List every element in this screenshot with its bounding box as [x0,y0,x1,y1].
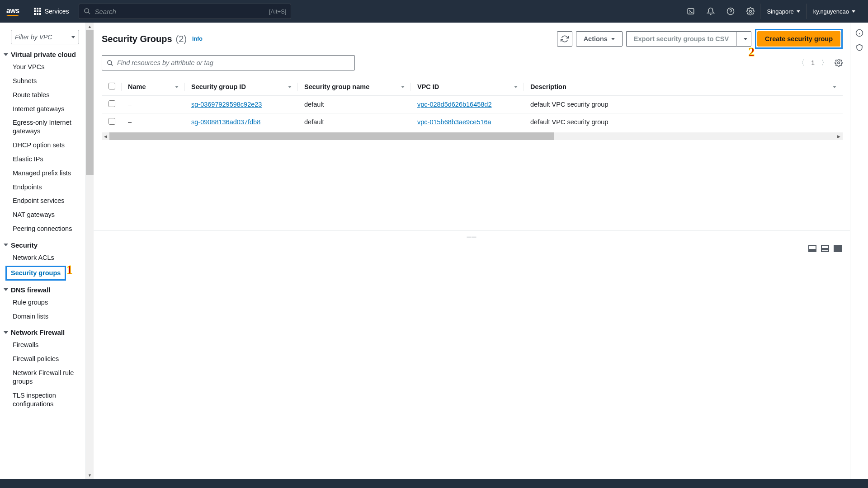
scroll-left-icon[interactable]: ◀ [102,134,109,139]
security-icon[interactable] [855,43,863,52]
prev-page-button[interactable]: 〈 [797,58,805,68]
sidebar-item-peering[interactable]: Peering connections [0,222,85,236]
sidebar-section-dns-firewall[interactable]: DNS firewall [0,284,85,296]
refresh-button[interactable] [557,31,572,47]
col-name[interactable]: Name [122,78,185,96]
split-panel-handle[interactable]: ══ [94,230,850,241]
scroll-thumb[interactable] [86,30,94,175]
sidebar-item-dhcp[interactable]: DHCP option sets [0,138,85,152]
main-content: Security Groups (2) Info Actions Export … [94,23,850,479]
export-csv-dropdown[interactable] [736,31,751,47]
cell-sg-name: default [298,113,411,131]
scroll-down-icon[interactable]: ▼ [86,471,94,479]
sidebar-item-subnets[interactable]: Subnets [0,74,85,88]
export-csv-button[interactable]: Export security groups to CSV [626,31,736,47]
sidebar-item-egress-gateways[interactable]: Egress-only Internet gateways [0,116,85,138]
notifications-icon[interactable] [701,4,720,19]
annotation-1: 1 [66,263,73,277]
table-row[interactable]: – sg-09088136ad037fdb8 default vpc-015b6… [102,113,843,131]
sidebar-item-firewall-policies[interactable]: Firewall policies [0,352,85,366]
panel-bottom-button[interactable] [808,245,816,252]
sidebar-item-elastic-ips[interactable]: Elastic IPs [0,152,85,166]
resource-search-input[interactable] [117,59,350,66]
vpc-id-link[interactable]: vpc-015b68b3ae9ce516a [417,118,491,126]
caret-down-icon [852,10,855,13]
col-vpc-id[interactable]: VPC ID [411,78,524,96]
sidebar-scrollbar[interactable]: ▲ ▼ [86,23,94,479]
col-sg-id[interactable]: Security group ID [185,78,298,96]
global-search[interactable]: [Alt+S] [79,4,291,19]
sg-id-link[interactable]: sg-03697929598c92e23 [191,101,262,108]
sidebar-item-firewalls[interactable]: Firewalls [0,338,85,352]
user-label: ky.nguyencao [813,8,849,15]
sidebar-item-nfw-rule-groups[interactable]: Network Firewall rule groups [0,366,85,389]
sidebar-item-endpoint-services[interactable]: Endpoint services [0,194,85,208]
caret-down-icon [4,244,8,246]
caret-down-icon [611,38,615,40]
sidebar-section-vpc[interactable]: Virtual private cloud [0,49,85,60]
settings-icon[interactable] [741,4,760,19]
sidebar-item-domain-lists[interactable]: Domain lists [0,310,85,324]
table-hscroll[interactable]: ◀ ▶ [102,132,843,140]
create-security-group-button[interactable]: Create security group [757,31,840,47]
cell-sg-name: default [298,96,411,113]
sidebar-item-nat-gateways[interactable]: NAT gateways [0,208,85,222]
sidebar-item-internet-gateways[interactable]: Internet gateways [0,102,85,116]
search-input[interactable] [94,8,269,15]
panel-split-button[interactable] [821,245,829,252]
table-settings-button[interactable] [835,59,843,67]
sidebar-item-prefix-lists[interactable]: Managed prefix lists [0,166,85,180]
sidebar-item-tls-inspection[interactable]: TLS inspection configurations [0,389,85,411]
sidebar-item-endpoints[interactable]: Endpoints [0,180,85,194]
sidebar-section-network-firewall[interactable]: Network Firewall [0,327,85,338]
nav-icon-group [681,4,760,19]
table-row[interactable]: – sg-03697929598c92e23 default vpc-028d5… [102,96,843,113]
select-all-checkbox[interactable] [108,83,115,89]
scroll-right-icon[interactable]: ▶ [835,134,843,139]
actions-dropdown[interactable]: Actions [576,31,623,47]
sort-icon [288,86,292,90]
help-icon[interactable] [721,4,740,19]
section-title: Security [11,241,38,249]
page-title: Security Groups [102,34,172,44]
section-title: Network Firewall [11,328,65,336]
actions-label: Actions [584,35,608,42]
col-description[interactable]: Description [524,78,843,96]
sidebar-item-network-acls[interactable]: Network ACLs [0,251,85,265]
grid-icon [34,8,41,15]
col-sg-name[interactable]: Security group name [298,78,411,96]
services-menu[interactable]: Services [28,8,75,15]
aws-logo[interactable]: aws [6,7,19,16]
sidebar-item-rule-groups[interactable]: Rule groups [0,296,85,310]
account-menu[interactable]: ky.nguyencao [807,4,862,19]
region-label: Singapore [767,8,793,15]
search-icon [107,60,113,66]
hscroll-thumb[interactable] [109,132,554,140]
svg-line-1 [88,12,90,14]
scroll-up-icon[interactable]: ▲ [86,23,94,30]
sidebar-item-your-vpcs[interactable]: Your VPCs [0,60,85,74]
cloudshell-icon[interactable] [681,4,700,19]
cell-name: – [122,96,185,113]
sg-id-link[interactable]: sg-09088136ad037fdb8 [191,118,260,126]
panel-full-button[interactable] [834,245,842,252]
caret-down-icon [4,331,8,334]
vpc-filter-dropdown[interactable]: Filter by VPC [11,30,79,44]
footer [0,479,868,488]
caret-down-icon [71,36,75,38]
sidebar-item-route-tables[interactable]: Route tables [0,88,85,102]
sort-icon [401,86,405,90]
region-selector[interactable]: Singapore [760,4,806,19]
row-checkbox[interactable] [108,118,115,125]
vpc-id-link[interactable]: vpc-028d5d626b16458d2 [417,101,491,108]
resource-search[interactable] [102,55,355,70]
top-nav: aws Services [Alt+S] Singapore ky.nguyen… [0,0,868,23]
row-checkbox[interactable] [108,100,115,107]
caret-down-icon [4,288,8,291]
sidebar-item-security-groups[interactable]: Security groups [5,266,66,281]
info-icon[interactable] [855,29,863,37]
svg-point-7 [838,62,840,64]
next-page-button[interactable]: 〉 [821,58,828,68]
sidebar-section-security[interactable]: Security [0,239,85,251]
info-link[interactable]: Info [192,36,203,42]
